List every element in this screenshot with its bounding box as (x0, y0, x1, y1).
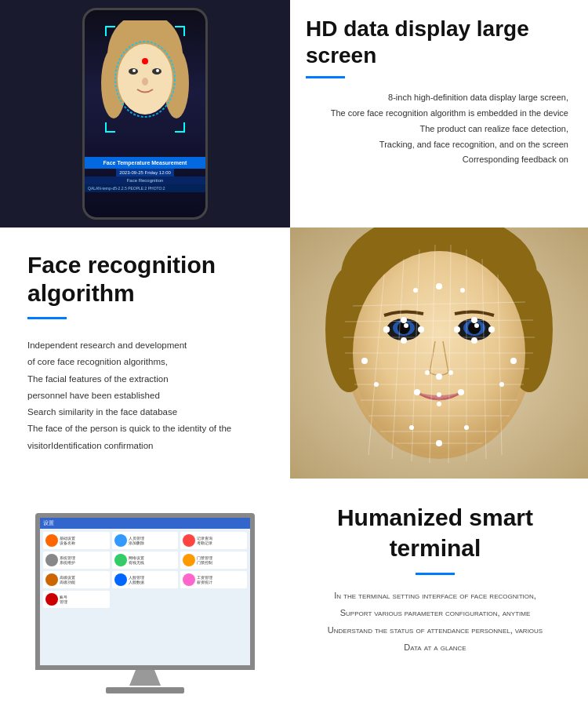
monitor-item-text-1: 基础设置设备名称 (60, 536, 75, 545)
monitor-panel: 设置 基础设置设备名称 人员管理添加删除 (0, 479, 290, 728)
monitor-titlebar: 设置 (40, 518, 250, 529)
svg-point-53 (448, 370, 453, 375)
face-algo-line4: personnel have been established (27, 388, 267, 404)
svg-point-48 (471, 317, 477, 323)
svg-point-65 (510, 358, 517, 364)
phone-bottom-bar: Face Temperature Measurement (85, 157, 205, 169)
phone-mockup: Face Temperature Measurement 2023-09-25 … (82, 8, 208, 220)
phone-face-area (85, 16, 205, 154)
svg-point-43 (383, 326, 390, 333)
face-algo-title: Face recognition algorithm (27, 251, 267, 308)
face-algo-line1: Independent research and development (27, 337, 267, 354)
section-smart-terminal: 设置 基础设置设备名称 人员管理添加删除 (0, 479, 588, 728)
svg-point-59 (436, 440, 442, 446)
monitor-item-4: 系统管理系统维护 (43, 551, 110, 569)
monitor-content: 基础设置设备名称 人员管理添加删除 记录查询考勤记录 (40, 529, 250, 611)
face-algo-text-panel: Face recognition algorithm Independent r… (0, 228, 290, 479)
monitor-icon-royal-blue (114, 573, 127, 586)
monitor-title-text: 设置 (43, 519, 54, 527)
svg-point-60 (464, 425, 469, 430)
monitor-item-2: 人员管理添加删除 (112, 532, 179, 549)
smart-desc-line1: In the terminal setting interface of fac… (328, 587, 543, 604)
phone-status-bar: QALAN-temp-d5-2.2.5 PEOPLE:2 PHOTO:2 (85, 184, 205, 192)
hd-desc-line2: The core face recognition algorithm is e… (306, 106, 568, 122)
face-algo-line6: The face of the person is quick to the i… (27, 420, 267, 437)
phone-screen: Face Temperature Measurement 2023-09-25 … (85, 10, 205, 217)
monitor-icon-red (183, 534, 195, 547)
svg-point-63 (460, 288, 465, 293)
svg-point-8 (142, 78, 148, 86)
face-algo-underline (27, 317, 67, 319)
hd-desc-line4: Tracking, and face recognition, and on t… (306, 137, 568, 153)
svg-point-7 (156, 69, 159, 72)
svg-point-24 (474, 323, 479, 328)
face-algo-description: Independent research and development of … (27, 337, 267, 454)
face-algo-line7: visitorIdentification confirmation (27, 438, 267, 454)
smart-terminal-underline (416, 573, 455, 575)
section-face-recognition: Face recognition algorithm Independent r… (0, 228, 588, 479)
monitor-screen: 设置 基础设置设备名称 人员管理添加删除 (35, 513, 255, 670)
monitor-item-10: 账号管理 (43, 591, 110, 608)
monitor-ui: 设置 基础设置设备名称 人员管理添加删除 (40, 518, 250, 665)
svg-point-61 (436, 283, 442, 289)
monitor-icon-orange (45, 534, 58, 547)
smart-terminal-content: Humanized smart terminal In the terminal… (290, 479, 588, 728)
monitor-item-9: 工资管理薪资统计 (180, 571, 247, 588)
monitor-item-3: 记录查询考勤记录 (180, 532, 247, 549)
monitor-base (106, 687, 184, 693)
monitor-item-7: 高级设置高级功能 (43, 571, 110, 588)
svg-point-67 (499, 382, 504, 387)
svg-point-58 (409, 425, 414, 430)
monitor-item-text-5: 网络设置有线无线 (129, 555, 144, 565)
face-grid-visual (290, 228, 588, 479)
monitor-icon-gray (45, 554, 58, 566)
monitor-item-5: 网络设置有线无线 (112, 551, 179, 569)
svg-point-49 (401, 337, 407, 344)
monitor-item-text-3: 记录查询考勤记录 (197, 536, 212, 545)
face-algo-line5: Search similarity in the face database (27, 404, 267, 420)
hd-description: 8-inch high-definition data display larg… (306, 90, 568, 168)
face-grid-image-panel (290, 228, 588, 479)
monitor-item-text-7: 高级设置高级功能 (60, 575, 75, 584)
monitor-icon-green (114, 554, 127, 566)
svg-point-47 (401, 317, 407, 323)
monitor-item-text-8: 人脸管理人脸数据 (129, 575, 144, 584)
face-outline-svg (98, 20, 192, 150)
monitor-icon-blue (114, 534, 127, 547)
svg-point-52 (425, 370, 430, 375)
monitor-item-8: 人脸管理人脸数据 (112, 571, 179, 588)
face-algo-line2: of core face recognition algorithms, (27, 354, 267, 370)
svg-point-55 (437, 392, 441, 397)
monitor-wrapper: 设置 基础设置设备名称 人员管理添加删除 (35, 513, 255, 693)
phone-image-panel: Face Temperature Measurement 2023-09-25 … (0, 0, 290, 228)
section-hd-display: Face Temperature Measurement 2023-09-25 … (0, 0, 588, 228)
hd-desc-line5: Corresponding feedback on (306, 152, 568, 168)
svg-point-50 (471, 337, 477, 344)
smart-desc-line2: Support various parameter configuration,… (328, 604, 543, 621)
svg-point-22 (468, 322, 481, 334)
svg-point-6 (132, 69, 136, 72)
svg-point-62 (413, 288, 418, 293)
face-recognition-svg (290, 228, 588, 479)
monitor-stand (129, 670, 161, 686)
svg-point-54 (414, 389, 420, 395)
monitor-item-text-4: 系统管理系统维护 (60, 555, 75, 565)
phone-face-recognition-label: Face Recognition (85, 177, 205, 184)
hd-display-content: HD data display large screen 8-inch high… (290, 0, 588, 228)
svg-point-23 (404, 323, 408, 328)
phone-datetime: 2023-09-25 Friday 12:00 (119, 170, 171, 175)
svg-point-10 (142, 58, 148, 64)
monitor-item-text-9: 工资管理薪资统计 (197, 575, 212, 584)
smart-desc-line4: Data at a glance (328, 639, 543, 656)
monitor-item-1: 基础设置设备名称 (43, 532, 110, 549)
monitor-item-6: 门禁管理门禁控制 (180, 551, 247, 569)
svg-point-51 (436, 373, 442, 380)
monitor-icon-brown (45, 573, 58, 586)
phone-status-text: QALAN-temp-d5-2.2.5 PEOPLE:2 PHOTO:2 (88, 186, 165, 191)
monitor-item-text-6: 门禁管理门禁控制 (197, 555, 212, 565)
svg-point-56 (458, 389, 464, 395)
monitor-icon-dark-red (45, 593, 58, 606)
phone-label: Face Temperature Measurement (89, 160, 201, 166)
svg-point-45 (454, 326, 460, 333)
hd-title: HD data display large screen (306, 16, 568, 68)
